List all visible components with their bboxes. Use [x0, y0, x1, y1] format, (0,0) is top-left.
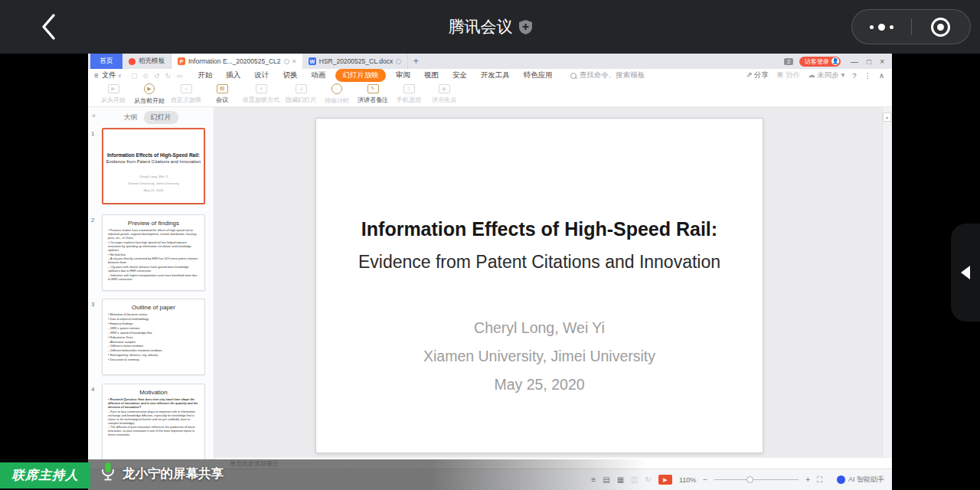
- play-circle-icon: ▶: [144, 83, 155, 94]
- play-slideshow-button[interactable]: ▶: [658, 475, 672, 485]
- shield-plus-icon: [519, 20, 532, 34]
- fullscreen-icon[interactable]: ⛶: [817, 475, 822, 485]
- more-button[interactable]: [852, 24, 911, 31]
- thumb-subtitle: Evidence from Patent Citations and Innov…: [103, 159, 204, 164]
- presentation-focus-button[interactable]: ◉演示焦点: [426, 84, 462, 104]
- tab-docer[interactable]: 稻壳模板: [122, 54, 172, 69]
- mic-indicator[interactable]: [100, 462, 116, 485]
- show-settings-button[interactable]: ▾设置放映方式: [240, 84, 283, 104]
- slide-number: 4: [91, 386, 94, 393]
- save-icon[interactable]: ▢: [131, 72, 138, 80]
- hide-slide-button[interactable]: ⊿隐藏幻灯片: [283, 84, 319, 104]
- current-slide[interactable]: Information Effects of High-Speed Rail: …: [315, 118, 763, 453]
- ribbon-tab[interactable]: 开发工具: [481, 70, 510, 80]
- status-right-group: ≡ ▤ ▦ ◫ ↻ ▶ 110% − + ⛶ AI 智能助手: [591, 469, 884, 490]
- maximize-icon[interactable]: □: [867, 57, 871, 66]
- word-file-icon: W: [309, 57, 316, 65]
- slide-thumbnail-1[interactable]: Information Effects of High-Speed Rail: …: [102, 128, 205, 204]
- tab-slides[interactable]: 幻灯片: [144, 111, 178, 124]
- meeting-title-group: 腾讯会议: [0, 0, 980, 54]
- share-button[interactable]: ⇗ 分享: [746, 70, 769, 80]
- close-window-icon[interactable]: ×: [880, 57, 884, 66]
- thumb-title: Preview of findings: [106, 220, 201, 227]
- refresh-view-icon[interactable]: ↻: [645, 475, 652, 484]
- phone-remote-button[interactable]: ▯手机遥控: [391, 84, 426, 104]
- format-painter-icon[interactable]: ≕: [176, 72, 183, 80]
- thumb-bullet: – Industries with higher transportation …: [108, 274, 199, 282]
- record-circle-button[interactable]: [912, 18, 971, 37]
- ribbon-tab[interactable]: 安全: [452, 70, 467, 80]
- collab-label: 协作: [786, 70, 800, 79]
- zoom-out-icon[interactable]: −: [703, 475, 707, 484]
- tab-presentation-file[interactable]: P Information E..._20200525_CL2 ×: [172, 54, 302, 69]
- new-tab-button[interactable]: +: [408, 54, 423, 69]
- custom-show-button[interactable]: ≡自定义放映: [168, 84, 204, 104]
- tab-outline[interactable]: 大纲: [124, 113, 138, 122]
- ribbon-tab[interactable]: 特色应用: [524, 70, 553, 80]
- scroll-up-button[interactable]: ▲: [883, 113, 891, 122]
- rehearse-timing-button[interactable]: ·排练计时: [319, 83, 354, 105]
- slide-title: Information Effects of High-Speed Rail:: [316, 218, 763, 240]
- ribbon-tab[interactable]: 开始: [198, 70, 212, 80]
- ai-assistant-button[interactable]: AI 智能助手: [837, 475, 884, 485]
- slide-thumbnail-2[interactable]: Preview of findings • Previous studies h…: [102, 214, 205, 291]
- notes-toggle-icon[interactable]: ≡: [591, 475, 596, 484]
- command-search[interactable]: 查找命令、搜索模板: [570, 70, 645, 80]
- ribbon-tab-slideshow-active[interactable]: 幻灯片放映: [335, 69, 386, 82]
- ai-icon: [837, 475, 845, 484]
- ribbon-tab[interactable]: 视图: [424, 70, 439, 80]
- chevron-down-icon: ∨: [118, 73, 122, 79]
- zoom-slider[interactable]: [714, 479, 799, 480]
- undo-icon[interactable]: ↺: [154, 72, 160, 80]
- thumb-bullet: • Previous studies have examined the eff…: [108, 229, 199, 240]
- record-circle-icon: [931, 18, 950, 37]
- presenter-notes-button[interactable]: ✎演讲者备注: [354, 84, 391, 104]
- tab-home[interactable]: 首页: [90, 54, 122, 69]
- slide-number: 2: [91, 217, 94, 224]
- ribbon-tab[interactable]: 设计: [254, 70, 269, 80]
- slide-thumbnail-3[interactable]: Outline of paper • Motivation & literatu…: [102, 299, 205, 375]
- ai-label: AI 智能助手: [848, 475, 884, 485]
- sorter-view-icon[interactable]: ▦: [617, 475, 624, 484]
- redo-icon[interactable]: ↻: [165, 72, 172, 80]
- notes-bar[interactable]: 单击此处添加备注: [214, 457, 892, 469]
- zoom-in-icon[interactable]: +: [805, 475, 810, 484]
- ribbon-tab[interactable]: 切换: [283, 70, 297, 80]
- video-panel-toggle[interactable]: [951, 224, 980, 322]
- ribbon-tab[interactable]: 动画: [311, 70, 325, 80]
- collapse-panel-icon[interactable]: «: [92, 112, 96, 119]
- collab-button[interactable]: ▣ 协作: [776, 70, 800, 80]
- window-count-badge: 2: [784, 58, 793, 65]
- slide-thumbnail-4[interactable]: Motivation • Research Question: How does…: [102, 384, 205, 459]
- meeting-button[interactable]: ▤会议: [204, 84, 240, 104]
- file-menu[interactable]: 文件 ∨: [102, 70, 122, 80]
- help-icon[interactable]: ?: [852, 71, 856, 80]
- print-icon[interactable]: ⊙: [142, 72, 149, 80]
- close-tab-icon[interactable]: ×: [292, 57, 296, 65]
- reading-view-icon[interactable]: ◫: [631, 475, 638, 484]
- tool-label: 会议: [216, 96, 228, 104]
- thumb-bullet: • Heterogeneity: distance, city, industr…: [108, 354, 199, 358]
- thumb-bullet: – Alternative samples: [108, 341, 199, 345]
- from-beginning-button[interactable]: ▶从头开始: [96, 84, 131, 104]
- tool-label: 手机遥控: [397, 96, 421, 104]
- from-current-button[interactable]: ▶从当前开始: [131, 83, 168, 105]
- tab-word-file[interactable]: W HSR_20200525_CL.docx: [302, 54, 408, 69]
- wps-tab-bar: 首页 稻壳模板 P Information E..._20200525_CL2 …: [88, 54, 892, 69]
- normal-view-icon[interactable]: ▤: [603, 475, 609, 484]
- zoom-level[interactable]: 110%: [679, 476, 696, 484]
- hamburger-icon[interactable]: ≡: [94, 71, 99, 80]
- thumb-title: Outline of paper: [106, 304, 201, 311]
- minimize-icon[interactable]: —: [851, 57, 858, 66]
- ribbon-tab[interactable]: 插入: [226, 70, 240, 80]
- ribbon-tab[interactable]: 审阅: [396, 70, 410, 80]
- canvas-scrollbar[interactable]: ▲: [882, 107, 892, 469]
- slide-author-line: May 25, 2020: [316, 371, 763, 399]
- titlebar-right: 2 访客登录 👤 — □ ×: [784, 54, 892, 69]
- slideshow-toolbar: ▶从头开始 ▶从当前开始 ≡自定义放映 ▤会议 ▾设置放映方式 ⊿隐藏幻灯片 ·…: [88, 82, 892, 107]
- guest-login-button[interactable]: 访客登录 👤: [799, 57, 841, 67]
- zoom-slider-handle[interactable]: [746, 476, 753, 483]
- collapse-ribbon-icon[interactable]: ∧: [879, 71, 884, 80]
- more-vert-icon[interactable]: ⋮: [864, 71, 872, 80]
- sync-status-button[interactable]: ☁ 未同步 ▾: [808, 70, 844, 80]
